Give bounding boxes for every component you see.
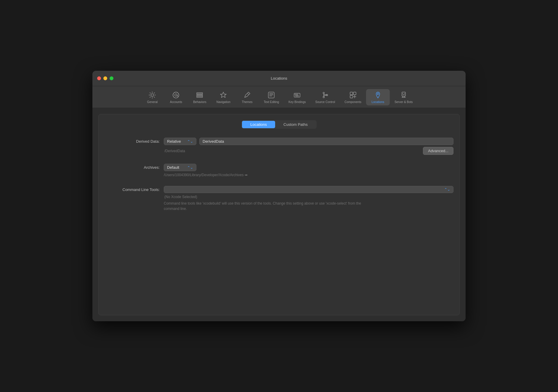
toolbar-item-navigation[interactable]: Navigation (211, 89, 235, 105)
derived-data-dropdown-value: Relative (167, 139, 181, 144)
svg-point-18 (403, 93, 403, 94)
archives-dropdown-value: Default (167, 165, 179, 170)
command-line-section: Command Line Tools: ⌃⌄ (No Xcode Selecte… (105, 186, 453, 211)
archives-controls: Default ⌃⌄ /Users/1004390/Library/Develo… (164, 164, 453, 177)
svg-rect-13 (350, 92, 353, 95)
behaviors-icon (195, 91, 204, 99)
toolbar-label-key-bindings: Key Bindings (288, 100, 306, 104)
svg-rect-7 (295, 94, 296, 95)
archives-section: Archives: Default ⌃⌄ /Users/1004390/Libr… (105, 164, 453, 177)
toolbar-item-accounts[interactable]: Accounts (164, 89, 188, 105)
svg-rect-5 (268, 92, 274, 98)
derived-data-section: Derived Data: Relative ⌃⌄ DerivedData /D… (105, 138, 453, 155)
dropdown-arrows-icon: ⌃⌄ (187, 139, 193, 144)
toolbar-label-accounts: Accounts (170, 100, 182, 104)
svg-rect-17 (402, 92, 405, 96)
path-arrow-icon: ➡ (245, 173, 248, 177)
text-editing-icon (267, 91, 275, 99)
svg-point-10 (323, 92, 324, 94)
svg-point-1 (175, 94, 177, 96)
svg-point-11 (323, 97, 324, 98)
toolbar-item-behaviors[interactable]: Behaviors (188, 89, 211, 105)
server-bots-icon (400, 91, 408, 99)
toolbar-label-general: General (147, 100, 158, 104)
toolbar-label-components: Components (344, 100, 361, 104)
tab-custom-paths[interactable]: Custom Paths (275, 121, 316, 128)
toolbar: General Accounts Behaviors (92, 86, 466, 108)
minimize-button[interactable] (103, 76, 107, 80)
at-icon (172, 91, 180, 99)
toolbar-item-themes[interactable]: Themes (235, 89, 259, 105)
svg-point-19 (404, 93, 405, 94)
svg-rect-9 (296, 96, 299, 96)
advanced-button[interactable]: Advanced... (423, 147, 453, 155)
archives-dropdown[interactable]: Default ⌃⌄ (164, 164, 196, 171)
toolbar-item-locations[interactable]: Locations (366, 89, 390, 105)
toolbar-item-text-editing[interactable]: Text Editing (259, 89, 284, 105)
toolbar-label-themes: Themes (242, 100, 252, 104)
components-icon (349, 91, 357, 99)
maximize-button[interactable] (110, 76, 113, 80)
command-line-description: Command line tools like 'xcodebuild' wil… (164, 201, 365, 211)
toolbar-item-server-bots[interactable]: Server & Bots (390, 89, 418, 105)
navigation-icon (219, 91, 227, 99)
command-line-label: Command Line Tools: (105, 186, 164, 192)
archives-path-text: /Users/1004390/Library/Developer/Xcode/A… (164, 173, 243, 177)
locations-icon (374, 91, 382, 99)
toolbar-label-navigation: Navigation (217, 100, 230, 104)
toolbar-item-general[interactable]: General (140, 89, 164, 105)
archives-row: Archives: Default ⌃⌄ /Users/1004390/Libr… (105, 164, 453, 177)
tab-locations[interactable]: Locations (242, 121, 275, 128)
toolbar-label-behaviors: Behaviors (193, 100, 206, 104)
archives-dropdown-arrows-icon: ⌃⌄ (187, 166, 193, 170)
titlebar: Locations (92, 71, 466, 86)
svg-point-16 (377, 93, 379, 95)
tab-container: Locations Custom Paths (241, 120, 316, 129)
derived-data-hint: /DerivedData (164, 149, 185, 153)
main-window: Locations General Accounts (92, 71, 466, 321)
command-line-dropdown[interactable]: ⌃⌄ (164, 186, 453, 193)
svg-rect-3 (197, 94, 203, 96)
close-button[interactable] (97, 76, 101, 80)
toolbar-label-server-bots: Server & Bots (395, 100, 413, 104)
toolbar-item-key-bindings[interactable]: Key Bindings (284, 89, 310, 105)
command-line-dropdown-arrows-icon: ⌃⌄ (444, 187, 450, 192)
svg-rect-4 (197, 96, 203, 97)
toolbar-label-source-control: Source Control (315, 100, 335, 104)
derived-data-label: Derived Data: (105, 138, 164, 144)
svg-rect-2 (197, 93, 203, 94)
no-xcode-text: (No Xcode Selected) (164, 195, 453, 199)
toolbar-item-source-control[interactable]: Source Control (310, 89, 340, 105)
command-line-controls: ⌃⌄ (No Xcode Selected) Command line tool… (164, 186, 453, 211)
archives-label: Archives: (105, 164, 164, 170)
toolbar-item-components[interactable]: Components (340, 89, 366, 105)
settings-panel: Locations Custom Paths Derived Data: Rel… (98, 114, 460, 315)
derived-data-inline: Relative ⌃⌄ DerivedData (164, 138, 453, 145)
svg-rect-15 (350, 95, 353, 98)
content-area: Locations Custom Paths Derived Data: Rel… (92, 108, 466, 321)
command-line-row: Command Line Tools: ⌃⌄ (No Xcode Selecte… (105, 186, 453, 211)
derived-data-input[interactable]: DerivedData (199, 138, 453, 145)
svg-point-0 (173, 92, 179, 98)
window-title: Locations (271, 76, 287, 81)
archives-inline: Default ⌃⌄ (164, 164, 453, 171)
themes-icon (243, 91, 251, 99)
toolbar-label-text-editing: Text Editing (264, 100, 279, 104)
svg-rect-8 (297, 94, 298, 95)
source-control-icon (321, 91, 329, 99)
derived-data-row: Derived Data: Relative ⌃⌄ DerivedData /D… (105, 138, 453, 155)
derived-data-controls: Relative ⌃⌄ DerivedData /DerivedData Adv… (164, 138, 453, 155)
tab-bar: Locations Custom Paths (105, 120, 453, 129)
archives-path: /Users/1004390/Library/Developer/Xcode/A… (164, 173, 453, 177)
svg-rect-14 (353, 92, 356, 95)
toolbar-label-locations: Locations (371, 100, 384, 104)
derived-data-dropdown[interactable]: Relative ⌃⌄ (164, 138, 196, 145)
gear-icon (148, 91, 156, 99)
key-bindings-icon (293, 91, 301, 99)
traffic-lights (97, 76, 113, 80)
